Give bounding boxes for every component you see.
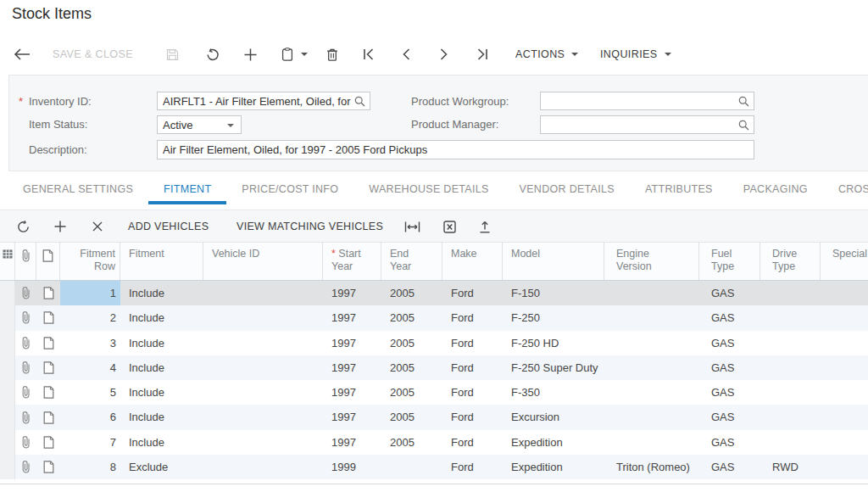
delete-row-icon[interactable] bbox=[92, 210, 103, 243]
cell-make[interactable]: Ford bbox=[442, 355, 503, 380]
cell-model[interactable]: Expedition bbox=[503, 430, 604, 455]
column-header-attachment[interactable] bbox=[15, 243, 36, 280]
cell-end_year[interactable]: 2005 bbox=[381, 305, 442, 330]
cell-drive_type[interactable] bbox=[760, 430, 821, 455]
cell-engine_version[interactable] bbox=[604, 380, 699, 405]
cell-end_year[interactable]: 2005 bbox=[381, 430, 442, 455]
cell-make[interactable]: Ford bbox=[442, 455, 503, 479]
cell-fuel_type[interactable]: GAS bbox=[699, 455, 760, 479]
paperclip-icon[interactable] bbox=[15, 331, 36, 355]
add-row-icon[interactable] bbox=[54, 210, 66, 243]
column-header-special[interactable]: Special bbox=[821, 243, 868, 280]
tab-fitment[interactable]: FITMENT bbox=[148, 176, 226, 204]
inquiries-menu[interactable]: INQUIRIES bbox=[600, 37, 671, 71]
view-matching-vehicles-button[interactable]: VIEW MATCHING VEHICLES bbox=[236, 210, 383, 243]
tab-cross-reference[interactable]: CROSS-REFERENCE bbox=[823, 176, 868, 204]
cell-engine_version[interactable] bbox=[604, 331, 699, 355]
column-header-end_year[interactable]: EndYear bbox=[381, 243, 442, 280]
cell-fitment_row[interactable]: 3 bbox=[60, 331, 120, 355]
cell-special[interactable] bbox=[821, 331, 868, 355]
row-selector-cell[interactable] bbox=[0, 281, 15, 305]
tab-warehouse-details[interactable]: WAREHOUSE DETAILS bbox=[353, 176, 504, 204]
clipboard-menu-icon[interactable] bbox=[281, 37, 308, 71]
column-header-settings[interactable] bbox=[0, 243, 15, 280]
add-record-icon[interactable] bbox=[244, 37, 257, 71]
row-selector-cell[interactable] bbox=[0, 380, 15, 405]
cell-special[interactable] bbox=[821, 430, 868, 455]
cell-engine_version[interactable] bbox=[604, 355, 699, 380]
cell-fuel_type[interactable]: GAS bbox=[699, 281, 760, 305]
cell-make[interactable]: Ford bbox=[442, 430, 503, 455]
actions-menu[interactable]: ACTIONS bbox=[515, 37, 578, 71]
paperclip-icon[interactable] bbox=[15, 355, 36, 380]
cell-drive_type[interactable] bbox=[760, 355, 821, 380]
note-icon[interactable] bbox=[36, 331, 60, 355]
cell-vehicle_id[interactable] bbox=[203, 455, 323, 479]
tab-price-cost-info[interactable]: PRICE/COST INFO bbox=[226, 176, 353, 204]
item-status-select[interactable]: Active bbox=[157, 115, 242, 134]
tab-general-settings[interactable]: GENERAL SETTINGS bbox=[8, 176, 148, 204]
cell-engine_version[interactable] bbox=[604, 305, 699, 330]
row-selector-cell[interactable] bbox=[0, 331, 15, 355]
inventory-id-field[interactable]: AIRFLT1 - Air Filter Element, Oiled, for bbox=[157, 92, 370, 110]
cell-fuel_type[interactable]: GAS bbox=[699, 430, 760, 455]
cell-model[interactable]: Excursion bbox=[503, 405, 604, 429]
row-selector-cell[interactable] bbox=[0, 405, 15, 429]
row-selector-cell[interactable] bbox=[0, 455, 15, 479]
refresh-icon[interactable] bbox=[17, 210, 30, 243]
cell-model[interactable]: Expedition bbox=[503, 455, 604, 479]
cell-drive_type[interactable] bbox=[760, 305, 821, 330]
cell-end_year[interactable]: 2005 bbox=[381, 281, 442, 305]
row-selector-cell[interactable] bbox=[0, 430, 15, 455]
back-button[interactable] bbox=[14, 37, 31, 71]
cell-fitment[interactable]: Exclude bbox=[120, 455, 203, 479]
cell-fitment_row[interactable]: 8 bbox=[60, 455, 120, 479]
column-header-fuel_type[interactable]: FuelType bbox=[699, 243, 760, 280]
column-header-note[interactable] bbox=[36, 243, 60, 280]
cell-fitment_row[interactable]: 2 bbox=[60, 305, 120, 330]
cell-model[interactable]: F-150 bbox=[503, 281, 604, 305]
cell-special[interactable] bbox=[821, 355, 868, 380]
column-header-make[interactable]: Make bbox=[442, 243, 503, 280]
cell-fuel_type[interactable]: GAS bbox=[699, 405, 760, 429]
column-header-fitment[interactable]: Fitment bbox=[120, 243, 203, 280]
cell-special[interactable] bbox=[821, 281, 868, 305]
go-next-icon[interactable] bbox=[440, 37, 448, 71]
cell-end_year[interactable]: 2005 bbox=[381, 405, 442, 429]
cell-engine_version[interactable] bbox=[604, 430, 699, 455]
paperclip-icon[interactable] bbox=[15, 405, 36, 429]
cell-vehicle_id[interactable] bbox=[203, 331, 323, 355]
cell-start_year[interactable]: 1997 bbox=[323, 380, 381, 405]
cell-model[interactable]: F-250 bbox=[503, 305, 604, 330]
cell-drive_type[interactable] bbox=[760, 331, 821, 355]
go-last-icon[interactable] bbox=[476, 37, 488, 71]
row-selector-cell[interactable] bbox=[0, 305, 15, 330]
note-icon[interactable] bbox=[36, 405, 60, 429]
cell-special[interactable] bbox=[821, 455, 868, 479]
cell-fitment_row[interactable]: 7 bbox=[60, 430, 120, 455]
cell-start_year[interactable]: 1997 bbox=[323, 331, 381, 355]
save-close-button[interactable]: SAVE & CLOSE bbox=[53, 37, 133, 71]
note-icon[interactable] bbox=[36, 305, 60, 330]
cell-model[interactable]: F-250 Super Duty bbox=[503, 355, 604, 380]
cell-vehicle_id[interactable] bbox=[203, 281, 323, 305]
cell-vehicle_id[interactable] bbox=[203, 430, 323, 455]
paperclip-icon[interactable] bbox=[15, 305, 36, 330]
cell-end_year[interactable] bbox=[381, 455, 442, 479]
paperclip-icon[interactable] bbox=[15, 380, 36, 405]
column-header-vehicle_id[interactable]: Vehicle ID bbox=[203, 243, 323, 280]
product-manager-field[interactable] bbox=[540, 115, 754, 134]
cell-fitment[interactable]: Include bbox=[120, 380, 203, 405]
cell-special[interactable] bbox=[821, 305, 868, 330]
column-header-start_year[interactable]: * StartYear bbox=[323, 243, 381, 280]
cell-model[interactable]: F-350 bbox=[503, 380, 604, 405]
cell-fuel_type[interactable]: GAS bbox=[699, 355, 760, 380]
cell-drive_type[interactable] bbox=[760, 405, 821, 429]
column-header-engine_version[interactable]: EngineVersion bbox=[604, 243, 699, 280]
cell-vehicle_id[interactable] bbox=[203, 305, 323, 330]
row-selector-cell[interactable] bbox=[0, 355, 15, 380]
cell-fuel_type[interactable]: GAS bbox=[699, 380, 760, 405]
cell-vehicle_id[interactable] bbox=[203, 380, 323, 405]
cell-fitment[interactable]: Include bbox=[120, 405, 203, 429]
cell-end_year[interactable]: 2005 bbox=[381, 355, 442, 380]
